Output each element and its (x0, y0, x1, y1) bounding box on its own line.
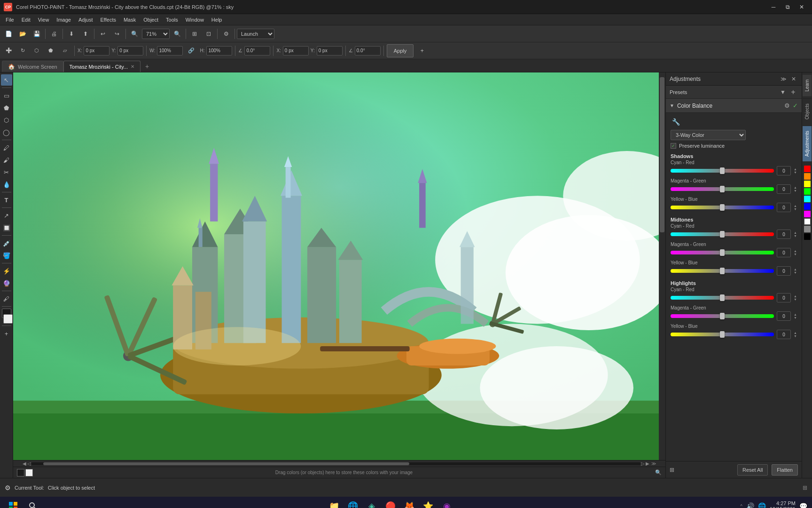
rotation2-input[interactable] (355, 46, 381, 56)
start-button[interactable] (5, 499, 22, 508)
taskbar-file-manager[interactable]: 📁 (326, 498, 343, 508)
clock[interactable]: 4:27 PM 10/15/2021 (770, 500, 796, 508)
tab-add-button[interactable]: + (141, 61, 153, 72)
canvas-area[interactable] (13, 72, 665, 460)
print-button[interactable]: 🖨 (47, 27, 61, 40)
menu-window[interactable]: Window (182, 15, 208, 25)
cb-settings-btn[interactable]: ⚙ (784, 102, 790, 109)
palette-blue[interactable] (804, 203, 811, 210)
zoom-icon[interactable]: 🔍 (655, 469, 662, 476)
side-tab-objects[interactable]: Objects (803, 98, 812, 124)
menu-effects[interactable]: Effects (97, 15, 120, 25)
menu-object[interactable]: Object (140, 15, 162, 25)
midtones-cyan-red-thumb[interactable] (720, 231, 725, 238)
canvas-hscrollbar[interactable]: ◀ ◁ ▷ ▶ ≫ (13, 460, 665, 467)
midtones-yellow-blue-thumb[interactable] (720, 268, 725, 274)
taskbar-browser[interactable]: 🌐 (344, 498, 361, 508)
search-button[interactable] (25, 499, 40, 508)
minimize-button[interactable]: ─ (767, 2, 780, 12)
menu-help[interactable]: Help (208, 15, 226, 25)
cb-collapse-btn[interactable]: ▼ (670, 103, 674, 108)
scroll-more-btn[interactable]: ≫ (651, 461, 656, 466)
panel-expand-btn[interactable]: ≫ (779, 75, 788, 83)
menu-file[interactable]: File (2, 15, 18, 25)
select-tool[interactable]: ↖ (1, 74, 12, 86)
highlights-yellow-blue-track[interactable] (671, 333, 774, 336)
w-input[interactable] (157, 46, 183, 56)
transform-tool[interactable]: 🔲 (1, 222, 12, 233)
tab-welcome[interactable]: 🏠 Welcome Screen (2, 61, 63, 72)
midtones-cyan-red-spin[interactable]: ▲ ▼ (794, 231, 797, 238)
shadows-yellow-blue-track[interactable] (671, 206, 774, 209)
paint-tool[interactable]: 🖊 (1, 142, 12, 153)
add-transform-btn[interactable]: + (415, 44, 429, 57)
pen-tool[interactable]: 🖋 (1, 293, 12, 304)
panel-close-btn[interactable]: ✕ (789, 75, 798, 83)
palette-magenta[interactable] (804, 211, 811, 217)
distort-btn[interactable]: ▱ (58, 44, 71, 57)
palette-black[interactable] (804, 233, 811, 240)
menu-tools[interactable]: Tools (162, 15, 182, 25)
crop-tool[interactable]: ↗ (1, 210, 12, 221)
highlights-magenta-green-thumb[interactable] (720, 313, 725, 319)
fill-tool[interactable]: 🪣 (1, 250, 12, 261)
text-tool[interactable]: T (1, 194, 12, 206)
palette-cyan[interactable] (804, 196, 811, 202)
reset-all-button[interactable]: Reset All (737, 464, 768, 476)
shadows-magenta-green-track[interactable] (671, 187, 774, 191)
lock-aspect-btn[interactable]: 🔗 (185, 44, 198, 57)
scroll-prev-btn[interactable]: ◁ (27, 461, 31, 466)
shadows-magenta-green-thumb[interactable] (720, 186, 725, 192)
menu-mask[interactable]: Mask (120, 15, 140, 25)
menu-adjust[interactable]: Adjust (75, 15, 97, 25)
presets-add-btn[interactable]: + (789, 87, 798, 97)
midtones-yellow-blue-track[interactable] (671, 269, 774, 273)
palette-green[interactable] (804, 188, 811, 195)
cb-mode-select[interactable]: 3-Way Color (671, 130, 746, 140)
highlights-cyan-red-spin[interactable]: ▲ ▼ (794, 294, 797, 301)
rotate-btn[interactable]: ↻ (16, 44, 29, 57)
save-button[interactable]: 💾 (30, 27, 43, 40)
palette-white[interactable] (804, 218, 811, 225)
network-icon[interactable]: 🌐 (758, 502, 766, 508)
expand-status-btn[interactable]: ⊞ (803, 484, 807, 491)
menu-image[interactable]: Image (53, 15, 75, 25)
palette-gray[interactable] (804, 226, 811, 232)
scroll-next-btn[interactable]: ▷ (641, 461, 645, 466)
clone-tool[interactable]: 💧 (1, 179, 12, 190)
midtones-yellow-blue-spin[interactable]: ▲ ▼ (794, 268, 797, 274)
midtones-cyan-red-track[interactable] (671, 232, 774, 236)
shadows-yellow-blue-thumb[interactable] (720, 204, 725, 211)
shadows-yellow-blue-spin[interactable]: ▲ ▼ (794, 204, 797, 211)
eyedropper-tool[interactable]: 💉 (1, 238, 12, 249)
zoom-combo[interactable]: 71% 50% 100% (142, 29, 170, 39)
view-toggle2[interactable]: ⊡ (202, 27, 215, 40)
highlights-cyan-red-thumb[interactable] (720, 294, 725, 301)
restore-button[interactable]: ⧉ (781, 2, 794, 12)
taskbar-app3[interactable]: ⭐ (420, 498, 437, 508)
open-button[interactable]: 📂 (16, 27, 29, 40)
highlights-cyan-red-track[interactable] (671, 296, 774, 300)
palette-yellow[interactable] (804, 181, 811, 187)
zoom-in-button[interactable]: 🔍 (171, 27, 184, 40)
flatten-button[interactable]: Flatten (772, 464, 798, 476)
taskbar-app4[interactable]: ◉ (438, 498, 455, 508)
vscroll-thumb[interactable] (660, 77, 664, 232)
shadows-cyan-red-track[interactable] (671, 169, 774, 173)
view-toggle[interactable]: ⊞ (188, 27, 201, 40)
canvas-image[interactable] (13, 72, 665, 460)
shadows-cyan-red-thumb[interactable] (720, 167, 725, 174)
y-input[interactable] (117, 46, 143, 56)
new-button[interactable]: 📄 (2, 27, 15, 40)
import-button[interactable]: ⬇ (65, 27, 78, 40)
brush-tool[interactable]: 🖌 (1, 154, 12, 166)
taskbar-app2[interactable]: 🔴 (382, 498, 399, 508)
scale-btn[interactable]: ⬡ (30, 44, 43, 57)
tab-close-icon[interactable]: ✕ (131, 64, 134, 69)
volume-icon[interactable]: 🔊 (746, 502, 754, 508)
tray-expand-btn[interactable]: ^ (740, 504, 742, 508)
launch-combo[interactable]: Launch (237, 29, 274, 39)
eraser-tool[interactable]: ✂ (1, 167, 12, 178)
side-tab-learn[interactable]: Learn (803, 74, 812, 96)
foreground-swatch[interactable] (17, 469, 24, 476)
